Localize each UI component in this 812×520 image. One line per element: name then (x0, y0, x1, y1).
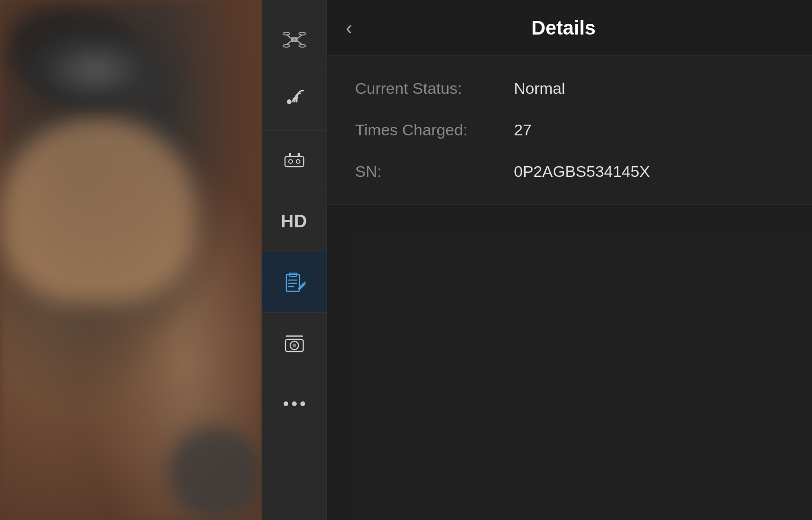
current-status-label: Current Status: (355, 79, 514, 98)
sn-row: SN: 0P2AGBS534145X (355, 162, 784, 181)
svg-rect-13 (298, 153, 300, 157)
svg-point-7 (283, 44, 290, 47)
camera-background (0, 0, 262, 520)
sidebar: HD (262, 0, 327, 520)
bottom-section (327, 204, 812, 520)
back-button[interactable]: ‹ (346, 18, 352, 38)
current-status-value: Normal (514, 79, 565, 98)
sidebar-item-drone[interactable] (262, 9, 327, 70)
svg-point-15 (296, 160, 300, 163)
page-title: Details (371, 17, 756, 39)
header: ‹ Details (327, 0, 812, 56)
sidebar-item-signal[interactable] (262, 70, 327, 131)
sidebar-item-hd[interactable]: HD (262, 191, 327, 252)
sidebar-item-more[interactable] (262, 373, 327, 434)
svg-rect-11 (285, 156, 304, 167)
svg-point-10 (287, 99, 292, 104)
more-dots-icon (284, 401, 305, 406)
sn-value: 0P2AGBS534145X (514, 162, 650, 181)
sidebar-item-controller[interactable] (262, 131, 327, 191)
sidebar-item-camera[interactable] (262, 313, 327, 373)
svg-point-6 (299, 32, 306, 35)
svg-point-14 (289, 160, 292, 163)
times-charged-value: 27 (514, 121, 532, 139)
checklist-icon (283, 271, 306, 294)
main-panel: ‹ Details Current Status: Normal Times C… (327, 0, 812, 520)
hd-label: HD (281, 211, 307, 232)
times-charged-label: Times Charged: (355, 121, 514, 139)
svg-point-8 (299, 44, 306, 47)
svg-point-24 (292, 344, 296, 347)
signal-icon (283, 89, 306, 112)
current-status-row: Current Status: Normal (355, 79, 784, 98)
camera-icon (283, 331, 306, 355)
details-section: Current Status: Normal Times Charged: 27… (327, 56, 812, 204)
svg-rect-12 (289, 153, 291, 157)
svg-point-5 (283, 32, 290, 35)
times-charged-row: Times Charged: 27 (355, 121, 784, 139)
svg-point-9 (293, 38, 296, 41)
sn-label: SN: (355, 162, 514, 181)
sidebar-item-checklist[interactable] (262, 252, 327, 313)
controller-icon (283, 149, 306, 173)
drone-icon (283, 28, 306, 51)
